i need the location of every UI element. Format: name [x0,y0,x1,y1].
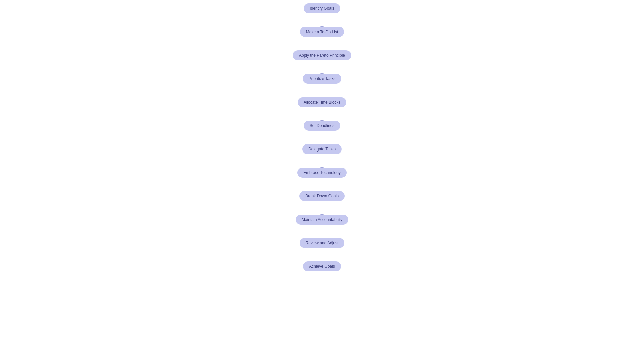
flowchart-node-delegate-tasks: Delegate Tasks [302,144,342,154]
flowchart-node-prioritize-tasks: Prioritize Tasks [303,74,341,84]
flowchart: Identify GoalsMake a To-Do ListApply the… [293,3,351,272]
diagram-container: Identify GoalsMake a To-Do ListApply the… [0,0,644,362]
flowchart-node-identify-goals: Identify Goals [304,3,340,13]
flowchart-node-break-down-goals: Break Down Goals [299,191,345,201]
flowchart-connector-9 [322,225,322,238]
flowchart-connector-3 [322,84,322,97]
flowchart-connector-8 [322,201,322,215]
flowchart-node-allocate-time-blocks: Allocate Time Blocks [298,97,347,107]
flowchart-connector-4 [322,107,322,121]
flowchart-connector-6 [322,154,322,168]
flowchart-connector-10 [322,248,322,261]
flowchart-node-apply-pareto: Apply the Pareto Principle [293,50,351,60]
flowchart-node-make-todo-list: Make a To-Do List [300,27,344,37]
flowchart-node-review-and-adjust: Review and Adjust [300,238,345,248]
flowchart-node-embrace-technology: Embrace Technology [297,168,347,178]
flowchart-connector-2 [322,60,322,74]
flowchart-node-maintain-accountability: Maintain Accountability [296,215,348,225]
flowchart-connector-7 [322,178,322,191]
flowchart-connector-0 [322,13,322,27]
flowchart-connector-1 [322,37,322,50]
flowchart-node-achieve-goals: Achieve Goals [303,261,341,272]
flowchart-node-set-deadlines: Set Deadlines [304,121,341,131]
flowchart-connector-5 [322,131,322,144]
